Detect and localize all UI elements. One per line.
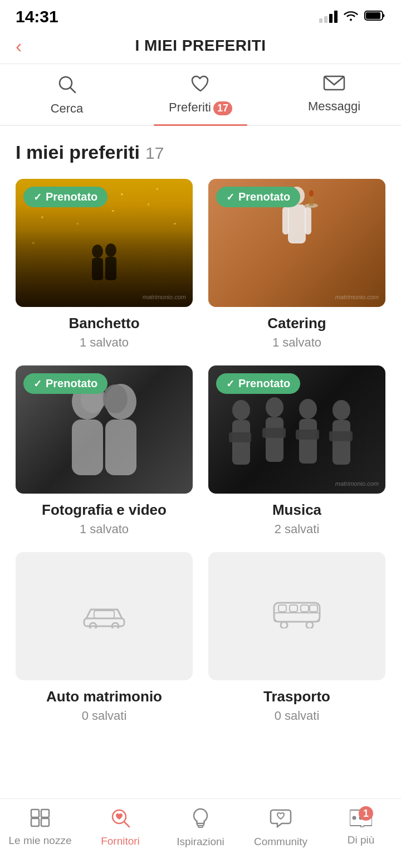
card-trasporto[interactable]: Trasporto 0 salvati [208, 552, 385, 723]
status-time: 14:31 [16, 7, 58, 26]
card-banchetto[interactable]: matrimonio.com ✓ Prenotato Banchetto 1 s… [16, 179, 193, 350]
nav-dipiu[interactable]: 1 Di più [321, 808, 401, 846]
svg-rect-53 [198, 826, 203, 827]
svg-point-45 [306, 622, 313, 628]
card-fotografia[interactable]: ✓ Prenotato Fotografia e video 1 salvato [16, 365, 193, 537]
tab-messaggi[interactable]: Messaggi [267, 74, 401, 125]
svg-rect-40 [278, 605, 286, 612]
search-icon [57, 74, 77, 97]
card-name-trasporto: Trasporto [208, 688, 385, 705]
card-catering[interactable]: matrimonio.com ✓ Prenotato Catering 1 sa… [208, 179, 385, 350]
section-title: I miei preferiti17 [16, 142, 385, 163]
bus-icon [272, 596, 322, 637]
card-name-banchetto: Banchetto [16, 315, 193, 332]
svg-rect-41 [290, 605, 297, 612]
card-sub-trasporto: 0 salvati [208, 709, 385, 723]
header: ‹ I MIEI PREFERITI [0, 30, 401, 64]
tab-preferiti-label: Preferiti17 [169, 100, 232, 115]
card-image-banchetto: matrimonio.com ✓ Prenotato [16, 179, 193, 307]
svg-rect-11 [282, 207, 289, 235]
card-name-fotografia: Fotografia e video [16, 501, 193, 519]
tab-preferiti[interactable]: Preferiti17 [134, 74, 267, 125]
svg-point-31 [332, 400, 350, 420]
svg-rect-8 [105, 257, 116, 280]
prenotato-badge-fotografia: ✓ Prenotato [23, 373, 107, 394]
grid-icon [30, 808, 51, 831]
svg-point-21 [103, 384, 128, 413]
card-sub-musica: 2 salvati [208, 522, 385, 537]
page-title: I MIEI PREFERITI [135, 37, 266, 55]
nav-fornitori[interactable]: Fornitori [80, 807, 160, 847]
search-heart-icon [109, 807, 131, 832]
svg-rect-43 [310, 605, 317, 612]
car-icon [82, 596, 126, 637]
svg-point-55 [353, 816, 356, 820]
card-image-trasporto [208, 552, 385, 680]
favorites-grid: matrimonio.com ✓ Prenotato Banchetto 1 s… [16, 179, 385, 723]
nav-ispirazioni[interactable]: Ispirazioni [160, 807, 241, 848]
svg-rect-14 [309, 196, 314, 206]
svg-rect-48 [31, 818, 39, 826]
svg-rect-46 [31, 810, 39, 817]
status-bar: 14:31 [0, 0, 401, 30]
back-button[interactable]: ‹ [16, 36, 22, 55]
svg-rect-49 [41, 818, 49, 826]
card-sub-fotografia: 1 salvato [16, 522, 193, 537]
svg-rect-24 [229, 432, 251, 442]
mail-icon [323, 74, 345, 95]
bottom-navigation: Le mie nozze Fornitori Ispirazioni [0, 798, 401, 868]
svg-rect-47 [41, 810, 49, 817]
svg-point-22 [232, 400, 250, 420]
preferiti-badge: 17 [213, 101, 232, 115]
lightbulb-icon [190, 807, 211, 832]
card-image-fotografia: ✓ Prenotato [16, 365, 193, 494]
status-icons [319, 9, 385, 25]
card-sub-catering: 1 salvato [208, 335, 385, 350]
svg-rect-32 [332, 420, 350, 465]
card-image-auto [16, 552, 193, 680]
nav-community-label: Community [254, 836, 307, 848]
svg-rect-12 [305, 207, 311, 235]
card-image-musica: matrimonio.com ✓ Prenotato [208, 365, 385, 494]
nav-dipiu-badge: 1 [359, 806, 373, 821]
heart-icon [190, 74, 211, 96]
svg-point-28 [299, 399, 317, 419]
svg-rect-19 [105, 420, 136, 475]
svg-rect-37 [94, 611, 114, 618]
card-image-catering: matrimonio.com ✓ Prenotato [208, 179, 385, 307]
prenotato-badge-musica: ✓ Prenotato [216, 373, 300, 394]
chat-heart-icon [270, 807, 292, 832]
svg-rect-6 [92, 258, 103, 280]
svg-rect-30 [296, 430, 319, 440]
tab-messaggi-label: Messaggi [308, 99, 360, 114]
tab-navigation: Cerca Preferiti17 Messaggi [0, 64, 401, 126]
card-name-catering: Catering [208, 315, 385, 332]
svg-line-51 [124, 822, 129, 827]
nav-dipiu-label: Di più [348, 834, 375, 846]
card-name-musica: Musica [208, 501, 385, 519]
card-musica[interactable]: matrimonio.com ✓ Prenotato Musica 2 salv… [208, 365, 385, 537]
nav-fornitori-label: Fornitori [101, 835, 140, 847]
nav-nozze-label: Le mie nozze [8, 835, 71, 847]
nav-ispirazioni-label: Ispirazioni [177, 836, 224, 848]
main-content: I miei preferiti17 matrimonio.com ✓ Pren [0, 126, 401, 812]
wifi-icon [343, 9, 359, 25]
card-name-auto: Auto matrimonio [16, 688, 193, 705]
svg-point-5 [92, 245, 103, 258]
card-sub-banchetto: 1 salvato [16, 335, 193, 350]
svg-line-3 [70, 87, 75, 92]
prenotato-badge-catering: ✓ Prenotato [216, 187, 300, 207]
svg-point-25 [266, 397, 283, 417]
card-auto[interactable]: Auto matrimonio 0 salvati [16, 552, 193, 723]
svg-rect-39 [274, 613, 320, 622]
battery-icon [364, 10, 385, 24]
svg-rect-26 [266, 417, 283, 462]
nav-nozze[interactable]: Le mie nozze [0, 808, 80, 847]
nav-community[interactable]: Community [241, 807, 321, 848]
svg-point-44 [281, 622, 287, 628]
svg-rect-27 [262, 428, 286, 438]
tab-cerca-label: Cerca [51, 101, 84, 116]
tab-cerca[interactable]: Cerca [0, 74, 134, 125]
svg-point-7 [105, 243, 116, 257]
svg-rect-29 [299, 419, 317, 464]
